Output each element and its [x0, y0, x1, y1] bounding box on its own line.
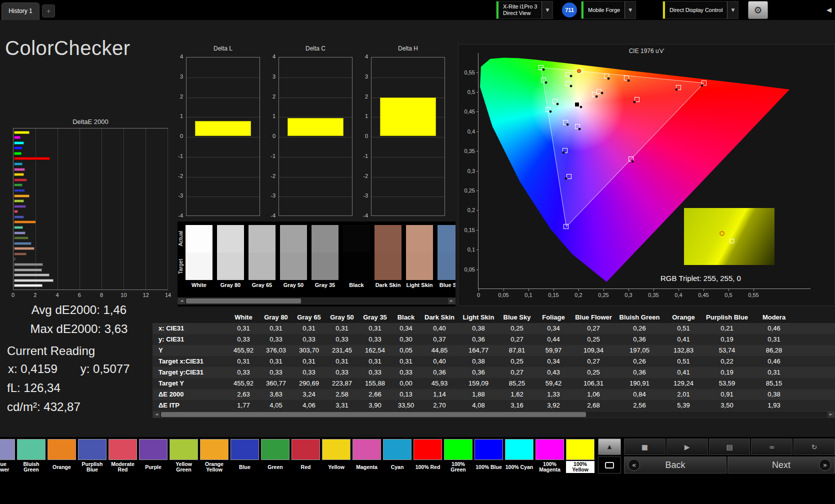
patch-strip: Blue FlowerBluish GreenOrangePurplish Bl…	[0, 439, 594, 473]
scroll-left-icon[interactable]: ◄	[178, 298, 185, 304]
table-cell: 2,63	[228, 389, 260, 400]
table-cell: 0,31	[358, 323, 392, 334]
patch-tile[interactable]: 100% Green	[444, 439, 472, 473]
patch-color	[17, 439, 46, 460]
stop-button[interactable]: ■	[624, 438, 666, 455]
de-bar	[14, 247, 34, 250]
table-cell: 159,09	[458, 378, 498, 389]
patch-tile[interactable]: Green	[261, 439, 290, 473]
table-cell: 0,31	[260, 356, 292, 367]
deltae-2000-chart: DeltaE 2000 02468101214	[4, 118, 170, 301]
expand-patch-list-button[interactable]: ▲	[598, 438, 621, 455]
target-row-label: Target	[178, 252, 184, 280]
patch-tile[interactable]: Moderate Red	[108, 439, 137, 473]
y-tick	[476, 112, 478, 112]
display-control-selector[interactable]: Direct Display Control ▼	[662, 1, 738, 19]
gridline	[372, 137, 444, 138]
table-scrollbar[interactable]: ◄ ►	[152, 411, 835, 418]
table-cell: 44,85	[420, 345, 458, 356]
patch-tile[interactable]: Red	[292, 439, 320, 473]
workflow-selector[interactable]: Mobile Forge ▼	[581, 1, 636, 19]
patch-tile[interactable]: 100% Yellow	[566, 439, 594, 473]
patch-tile[interactable]: Blue Flower	[0, 439, 15, 473]
y-tick-label: 0,5	[458, 89, 475, 95]
workflow-dropdown-button[interactable]: ▼	[624, 2, 636, 18]
pattern-window-button[interactable]	[598, 456, 621, 474]
patch-label: Purplish Blue	[78, 461, 106, 473]
patch-tile[interactable]: 100% Magenta	[536, 439, 564, 473]
de-bar	[14, 200, 24, 202]
scroll-right-icon[interactable]: ►	[448, 298, 455, 304]
table-cell: 5,39	[664, 400, 704, 411]
patch-color	[0, 439, 15, 460]
settings-button[interactable]: ⚙	[748, 1, 768, 19]
table-scroll-thumb[interactable]	[161, 412, 586, 417]
x-tick-label: 10	[120, 292, 126, 298]
column-header: Foliage	[536, 312, 572, 323]
table-cell: 0,51	[664, 356, 704, 367]
patch-tile[interactable]: Purple	[139, 439, 168, 473]
table-cell: 0,34	[536, 323, 572, 334]
measured-point	[570, 75, 572, 78]
table-scroll-track[interactable]	[160, 412, 828, 418]
add-tab-button[interactable]: +	[42, 4, 55, 18]
delta-bar	[288, 118, 344, 136]
table-cell: 85,25	[498, 378, 536, 389]
swatch-scroll-track[interactable]	[185, 298, 448, 304]
patch-label: Blue	[230, 461, 259, 473]
patch-tile[interactable]: Magenta	[352, 439, 381, 473]
meter-dropdown-button[interactable]: ▼	[542, 2, 552, 18]
table-cell: 3,50	[704, 400, 750, 411]
patch-tile[interactable]: 100% Blue	[474, 439, 503, 473]
table-cell: 0,30	[392, 334, 420, 345]
current-cdm2: cd/m²: 432,87	[4, 400, 154, 414]
patch-label: 100% Blue	[474, 461, 503, 473]
patch-label: Yellow	[322, 461, 350, 473]
x-tick	[478, 289, 479, 291]
table-cell: 87,81	[498, 345, 536, 356]
table-cell: 53,74	[704, 345, 750, 356]
patch-tile[interactable]: 100% Cyan	[505, 439, 534, 473]
target-swatch	[312, 252, 338, 280]
patch-tile[interactable]: Orange Yellow	[200, 439, 228, 473]
patch-tile[interactable]: Bluish Green	[17, 439, 46, 473]
swatch-scrollbar[interactable]: ◄ ►	[178, 298, 456, 304]
table-cell: 0,36	[458, 367, 498, 378]
swatch-scroll-thumb[interactable]	[186, 298, 301, 304]
scroll-right-icon[interactable]: ►	[828, 412, 834, 418]
collapse-panel-button[interactable]: ◀	[824, 5, 834, 15]
history-tab[interactable]: History 1	[2, 2, 40, 20]
save-button[interactable]: ▤	[709, 438, 750, 455]
table-cell: 3,63	[260, 389, 292, 400]
bottom-controls: ▲ ■▶▤∞↻ « Back Next »	[598, 438, 835, 474]
back-button[interactable]: « Back	[624, 456, 726, 474]
patch-tile[interactable]: Yellow Green	[170, 439, 198, 473]
y-tick-label: -4	[354, 212, 368, 218]
selected-target-marker	[574, 102, 580, 107]
table-header-row: WhiteGray 80Gray 65Gray 50Gray 35BlackDa…	[152, 312, 835, 323]
de-bar	[14, 236, 28, 240]
display-control-dropdown-button[interactable]: ▼	[727, 2, 738, 18]
patch-tile[interactable]: Blue	[230, 439, 259, 473]
actual-swatch	[406, 225, 433, 252]
gridline	[372, 157, 444, 158]
loop-button[interactable]: ↻	[794, 438, 835, 455]
meter-selector[interactable]: X-Rite i1Pro 3 Direct View ▼	[496, 1, 553, 19]
scroll-left-icon[interactable]: ◄	[153, 412, 160, 418]
patch-tile[interactable]: Yellow	[322, 439, 350, 473]
patch-tile[interactable]: Cyan	[383, 439, 412, 473]
gridline	[279, 98, 352, 98]
continuous-button[interactable]: ∞	[751, 438, 792, 455]
patch-color	[200, 439, 228, 460]
next-button[interactable]: Next »	[728, 456, 835, 474]
y-tick-label: 0	[262, 133, 276, 139]
play-button[interactable]: ▶	[666, 438, 708, 455]
de-bar	[14, 205, 26, 208]
patch-tile[interactable]: Purplish Blue	[78, 439, 106, 473]
delta-c-chart: Delta C 43210-1-2-3-4	[262, 45, 354, 227]
patch-tile[interactable]: 100% Red	[414, 439, 442, 473]
x-tick-label: 0,5	[724, 292, 732, 298]
patch-tile[interactable]: Orange	[48, 439, 76, 473]
delta-chart-title: Delta H	[371, 45, 445, 52]
de-bar	[14, 216, 24, 218]
